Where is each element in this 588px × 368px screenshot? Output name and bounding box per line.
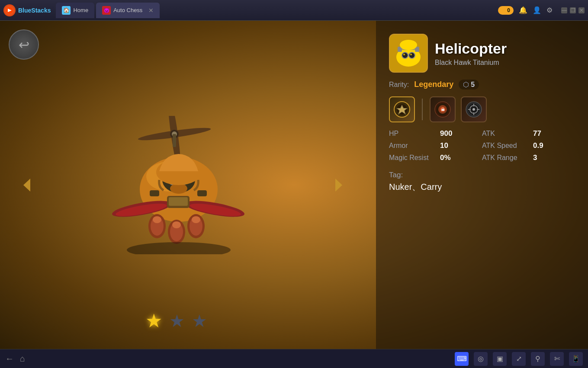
atk-value: 77	[533, 129, 541, 138]
star-1[interactable]: ★	[145, 310, 162, 332]
atk-speed-value: 0.9	[533, 141, 543, 150]
character-model	[94, 103, 259, 267]
cost-coin-icon: ⬡	[463, 80, 469, 89]
notification-icon[interactable]: 🔔	[519, 6, 527, 14]
coin-badge: P 0	[498, 6, 514, 15]
svg-point-30	[172, 221, 181, 228]
stats-grid: HP 900 ATK 77 Armor 10 ATK Speed 0.9 Mag…	[389, 129, 575, 162]
taskbar: ← ⌂ ⌨ ◎ ▣ ⤢ ⚲ ✄ 📱	[0, 349, 588, 368]
star-3[interactable]: ★	[192, 311, 207, 331]
armor-label: Armor	[389, 142, 437, 150]
svg-rect-33	[150, 190, 159, 196]
tab-home-label: Home	[73, 7, 88, 13]
title-bar: BlueStacks 🏠 Home 😈 Auto Chess ✕ P 0 🔔 👤…	[0, 0, 588, 21]
magic-resist-label: Magic Resist	[389, 154, 437, 162]
svg-point-24	[153, 216, 161, 223]
rarity-value: Legendary	[414, 80, 453, 89]
tab-autochess-close[interactable]: ✕	[148, 7, 154, 14]
hero-name-group: Helicopter Black Hawk Titanium	[435, 40, 507, 67]
bluestacks-logo: BlueStacks	[3, 4, 51, 16]
svg-point-43	[410, 54, 412, 55]
svg-text:☠: ☠	[441, 107, 445, 112]
display-tool-btn[interactable]: ▣	[493, 352, 507, 366]
svg-point-27	[192, 216, 200, 223]
tab-autochess-label: Auto Chess	[113, 7, 142, 13]
tags-label: Tag:	[389, 171, 575, 179]
star-2[interactable]: ★	[169, 311, 185, 331]
svg-point-40	[402, 52, 408, 58]
character-scene: ★ ★ ★	[0, 21, 353, 349]
svg-marker-2	[23, 179, 30, 192]
taskbar-back-icon[interactable]: ←	[5, 354, 14, 364]
stat-row-armor: Armor 10	[389, 141, 482, 150]
info-panel: Helicopter Black Hawk Titanium Rarity: L…	[376, 21, 588, 349]
next-character-button[interactable]	[329, 176, 348, 195]
svg-rect-7	[173, 134, 176, 147]
svg-rect-34	[197, 190, 207, 196]
stat-row-atk-speed: ATK Speed 0.9	[482, 141, 575, 150]
back-button[interactable]: ↩	[9, 29, 39, 60]
ability-divider	[422, 99, 423, 120]
svg-rect-32	[169, 197, 188, 206]
hero-subtitle: Black Hawk Titanium	[435, 59, 507, 67]
minimize-button[interactable]: —	[561, 7, 567, 13]
coin-value: 0	[507, 7, 510, 13]
armor-value: 10	[440, 141, 448, 150]
restore-button[interactable]: ❐	[570, 7, 576, 13]
svg-marker-36	[335, 179, 342, 192]
svg-point-35	[127, 242, 231, 254]
stat-row-atk-range: ATK Range 3	[482, 154, 575, 162]
close-button[interactable]: ✕	[578, 7, 585, 13]
ability-icon-secondary-1[interactable]: ☠	[430, 96, 456, 122]
atk-speed-label: ATK Speed	[482, 142, 530, 150]
tags-section: Tag: Nuker、Carry	[389, 171, 575, 193]
tab-home[interactable]: 🏠 Home	[56, 3, 94, 18]
keyboard-tool-btn[interactable]: ⌨	[455, 352, 469, 366]
app-name: BlueStacks	[18, 7, 51, 14]
star-rating: ★ ★ ★	[145, 310, 207, 332]
hp-label: HP	[389, 130, 437, 138]
hero-name: Helicopter	[435, 40, 507, 57]
taskbar-nav: ← ⌂	[5, 354, 25, 364]
back-arrow-icon: ↩	[19, 37, 29, 52]
taskbar-home-icon[interactable]: ⌂	[20, 354, 25, 364]
stat-row-hp: HP 900	[389, 129, 482, 138]
rarity-label: Rarity:	[389, 81, 409, 89]
prev-character-button[interactable]	[17, 176, 36, 195]
ability-icon-secondary-2[interactable]	[461, 96, 487, 122]
hero-portrait	[389, 34, 428, 73]
window-buttons: — ❐ ✕	[561, 7, 585, 13]
resize-tool-btn[interactable]: ⤢	[512, 352, 526, 366]
taskbar-tools: ⌨ ◎ ▣ ⤢ ⚲ ✄ 📱	[455, 352, 583, 366]
helicopter-svg	[103, 116, 250, 254]
atk-range-value: 3	[533, 154, 537, 162]
rarity-row: Rarity: Legendary ⬡ 5	[389, 80, 575, 90]
stat-row-atk: ATK 77	[482, 129, 575, 138]
svg-point-42	[403, 54, 405, 55]
tab-autochess[interactable]: 😈 Auto Chess ✕	[96, 3, 160, 18]
game-area: ↩	[0, 21, 588, 349]
magic-resist-value: 0%	[440, 154, 451, 162]
cost-badge: ⬡ 5	[459, 80, 479, 90]
hp-value: 900	[440, 129, 452, 138]
hero-header: Helicopter Black Hawk Titanium	[389, 34, 575, 73]
location-tool-btn[interactable]: ⚲	[531, 352, 545, 366]
camera-tool-btn[interactable]: ◎	[474, 352, 488, 366]
stat-row-magic-resist: Magic Resist 0%	[389, 154, 482, 162]
user-icon[interactable]: 👤	[533, 6, 541, 14]
atk-label: ATK	[482, 130, 530, 138]
cost-number: 5	[471, 81, 475, 89]
ability-icon-primary[interactable]	[389, 96, 415, 122]
logo-icon	[3, 4, 16, 16]
tags-values: Nuker、Carry	[389, 181, 575, 193]
phone-tool-btn[interactable]: 📱	[569, 352, 583, 366]
atk-range-label: ATK Range	[482, 154, 530, 162]
svg-point-59	[472, 108, 475, 111]
cut-tool-btn[interactable]: ✄	[550, 352, 564, 366]
svg-point-41	[409, 52, 415, 58]
title-bar-controls: P 0 🔔 👤 ⚙ — ❐ ✕	[498, 6, 585, 15]
settings-icon[interactable]: ⚙	[546, 6, 553, 14]
svg-point-46	[400, 40, 417, 50]
ability-icons: ☠	[389, 96, 575, 122]
